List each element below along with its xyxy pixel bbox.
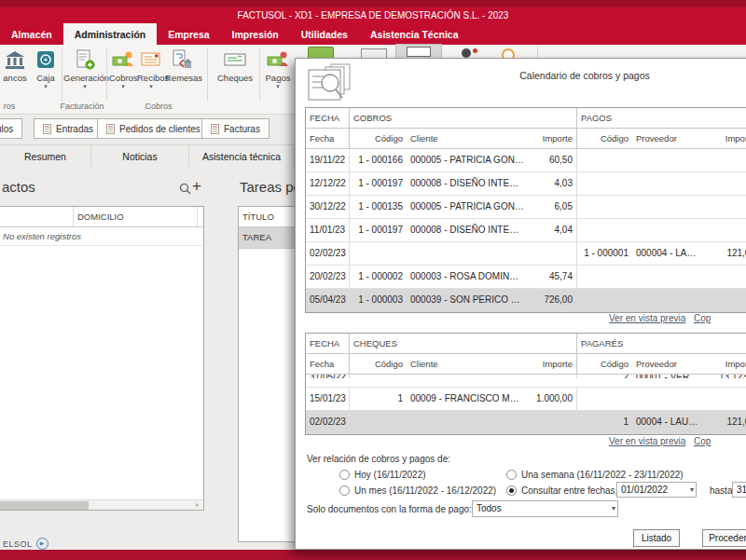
chevron-down-icon: ▾ [690,484,694,496]
link-copiar[interactable]: Cop [694,313,711,323]
link-vista-previa[interactable]: Ver en vista previa [609,436,685,446]
cheque-icon [224,48,246,71]
ribbon-button-bancos[interactable]: ancos [0,48,30,83]
forma-pago-dropdown[interactable]: Todos ▾ [472,500,618,517]
group-header-row: FECHA CHEQUES PAGARÉS [306,334,746,354]
calendario-dialog: Calendario de cobros y pagos FECHA COBRO… [295,58,746,550]
ribbon-button-recibos[interactable]: Recibos ▾ [137,48,165,89]
ribbon-separator [207,48,208,101]
menu-tab[interactable]: Empresa [157,23,220,45]
tab-asistencia-tecnica[interactable]: Asistencia técnica [189,145,295,167]
quicktab-pedidos-clientes[interactable]: Pedidos de clientes [97,118,210,139]
panel-tabs: Resumen Noticias Asistencia técnica [0,144,295,167]
table-row[interactable]: 31/05/22 2 00001 - VERTICAL MADRID,... 1… [306,375,746,388]
brand-text: ELSOL [3,540,33,549]
menu-tab[interactable]: Asistencia Técnica [359,23,470,45]
contacts-title: actos [2,179,35,195]
ribbon-button-caja[interactable]: Caja ▾ [31,48,61,89]
column-header-domicilio: DOMICILIO [74,212,197,222]
table-row[interactable]: 19/11/22 1 - 000166 000005 - PATRICIA GO… [306,149,746,172]
calendar-search-icon [307,62,365,105]
table-row[interactable]: 15/01/23 1 00009 - FRANCISCO MORA... 1.0… [306,388,746,411]
radio-una-semana[interactable] [506,470,517,480]
desde-date-dropdown[interactable]: 01/01/2022 ▾ [616,482,697,498]
group-header-row: FECHA COBROS PAGOS [306,108,746,129]
quicktab-facturas[interactable]: Facturas [201,118,269,139]
search-icon[interactable] [179,183,191,195]
ribbon-button-generacion[interactable]: Generación ▾ [63,48,106,89]
person-icon [462,48,471,58]
bottom-status-bar [0,550,746,560]
remittance-icon [171,48,193,71]
document-icon [43,124,51,134]
row-divider [0,245,203,246]
top-strip [0,0,746,7]
cobros-pagos-table: FECHA COBROS PAGOS Fecha Código Cliente … [305,107,746,313]
document-plus-icon [74,48,96,71]
menu-tab[interactable]: Almacén [0,23,63,45]
empty-records-text: No existen registros [0,231,84,241]
column-divider [197,207,203,226]
calendar-icon [407,47,431,57]
radio-consultar-entre-fechas[interactable] [506,485,517,496]
menu-tab[interactable]: Utilidades [290,23,359,45]
proceder-button[interactable]: Proceder [702,529,746,547]
chevron-down-icon: ▾ [137,83,165,89]
ribbon-group-label: Cobros [131,102,186,111]
hasta-date-dropdown[interactable]: 31 ▾ [732,482,746,498]
receipt-icon [140,48,162,71]
table-row[interactable]: 30/12/22 1 - 000135 000005 - PATRICIA GO… [306,196,746,219]
menu-tab[interactable]: Administración [63,23,157,45]
table-row[interactable]: 02/02/23 1 00004 - LAURA MOLINA R... 121… [306,411,746,434]
play-icon[interactable]: ▶ [36,538,48,550]
quicktab-entradas[interactable]: Entradas [34,118,103,139]
table-row[interactable]: 12/12/22 1 - 000197 000008 - DISEÑO INTE… [306,172,746,196]
radio-una-semana-label: Una semana (16/11/2022 - 23/11/2022) [521,470,684,480]
notification-dot-icon [473,48,477,53]
dialog-title: Calendario de cobros y pagos [296,70,746,81]
task-row[interactable]: TAREA [239,227,302,249]
table-row[interactable]: 11/01/23 1 - 000197 000008 - DISEÑO INTE… [306,219,746,242]
title-bar: FACTUSOL - XD1 - EMPRESA DE DEMOSTRACIÓN… [0,7,746,23]
table-row[interactable]: 20/02/23 1 - 000002 000003 - ROSA DOMING… [306,266,746,289]
chevron-down-icon: ▾ [109,83,137,89]
table-row[interactable]: 02/02/23 1 - 000001 000004 - LAURA MOLIN… [306,242,746,266]
radio-un-mes-label: Un mes (16/11/2022 - 16/12/2022) [354,485,496,496]
radio-hoy-label: Hoy (16/11/2022) [354,470,426,480]
tasks-title: Tareas pe [240,179,301,195]
tab-resumen[interactable]: Resumen [0,145,91,167]
filter-heading: Ver relación de cobros y pagos de: [307,454,450,464]
ribbon-group-label: Facturación [54,102,110,111]
link-vista-previa[interactable]: Ver en vista previa [609,313,685,323]
link-copiar[interactable]: Cop [694,436,711,446]
radio-hoy[interactable] [339,470,350,480]
ribbon-button-cheques[interactable]: Cheques [213,48,257,83]
add-contact-icon[interactable]: + [192,177,201,196]
horizontal-scrollbar[interactable]: › [0,499,203,510]
ribbon-button-remesas[interactable]: Remesas [165,48,199,83]
ribbon-button-pagos[interactable]: Pagos ▾ [263,48,293,89]
ribbon-separator [537,45,538,58]
app-window: FACTUSOL - XD1 - EMPRESA DE DEMOSTRACIÓN… [0,0,746,560]
brand-area: ELSOL ▶ [3,538,48,550]
scrollbar-thumb[interactable] [0,501,89,510]
ribbon-button-cobros[interactable]: Cobros ▾ [109,48,137,89]
money-person-icon [112,48,134,71]
column-header-row: Fecha Código Cliente Importe Código Prov… [306,129,746,149]
safe-icon [35,48,57,71]
window-title: FACTUSOL - XD1 - EMPRESA DE DEMOSTRACIÓN… [0,7,746,23]
chevron-down-icon: ▾ [612,502,615,514]
menu-tab[interactable]: Impresión [221,23,290,45]
menu-bar: AlmacénAdministraciónEmpresaImpresiónUti… [0,23,746,45]
listado-button[interactable]: Listado [633,529,680,547]
tab-noticias[interactable]: Noticias [91,145,189,167]
table-row[interactable]: 05/04/23 1 - 000003 000039 - SON PERICO … [306,289,746,312]
chevron-down-icon: ▾ [263,83,293,89]
quicktab-articulos[interactable]: ulos [0,118,22,139]
radio-un-mes[interactable] [339,485,350,496]
document-icon [106,124,115,134]
column-header-empty [0,207,74,226]
scrollbar-right-arrow[interactable]: › [191,500,202,510]
contacts-table: DOMICILIO No existen registros › [0,206,204,511]
ribbon-separator [62,48,62,101]
